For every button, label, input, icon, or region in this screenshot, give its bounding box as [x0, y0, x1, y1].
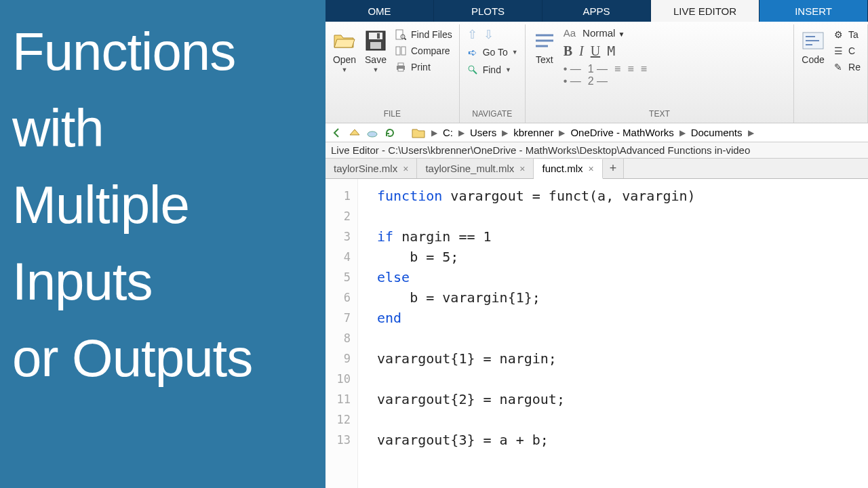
chevron-down-icon: ▼: [505, 66, 511, 73]
style-dropdown[interactable]: Normal ▼: [583, 27, 625, 39]
close-icon[interactable]: ×: [588, 163, 593, 174]
title-overlay-panel: Functions with Multiple Inputs or Output…: [0, 0, 326, 488]
code-content[interactable]: function varargout = funct(a, varargin) …: [358, 179, 868, 488]
close-icon[interactable]: ×: [403, 163, 408, 174]
tab-live-editor[interactable]: LIVE EDITOR: [651, 0, 760, 22]
code-block-icon: [801, 28, 825, 53]
path-seg-onedrive[interactable]: OneDrive - MathWorks: [570, 127, 673, 138]
bullet-list-icon[interactable]: • —• —: [564, 63, 581, 87]
open-button[interactable]: Open ▼: [332, 26, 357, 73]
save-button[interactable]: Save ▼: [363, 26, 388, 73]
floppy-disk-icon: [363, 28, 388, 53]
ribbon-group-code: Code ⚙Ta ☰C ✎Re: [794, 24, 868, 123]
arrow-up-icon: ⇧: [467, 28, 479, 41]
chevron-right-icon: ▶: [748, 128, 754, 138]
tab-home[interactable]: OME: [326, 0, 434, 22]
printer-icon: [395, 61, 407, 73]
close-icon[interactable]: ×: [519, 163, 525, 174]
path-seg-user[interactable]: kbrenner: [513, 127, 553, 138]
matlab-window: OME PLOTS APPS LIVE EDITOR INSERT Open ▼: [326, 0, 868, 488]
nav-back-icon[interactable]: [330, 125, 344, 140]
italic-button[interactable]: I: [579, 43, 584, 59]
code-editor[interactable]: 12345678910111213 function varargout = f…: [326, 179, 868, 488]
code-mode-button[interactable]: Code: [801, 26, 825, 65]
group-label-navigate: NAVIGATE: [472, 109, 512, 121]
path-seg-users[interactable]: Users: [470, 127, 496, 138]
main-tabstrip: OME PLOTS APPS LIVE EDITOR INSERT: [326, 0, 868, 22]
chevron-down-icon: ▼: [618, 30, 625, 38]
path-seg-documents[interactable]: Documents: [691, 127, 743, 138]
overlay-line-4: Inputs: [12, 243, 313, 320]
file-tab-bar: taylorSine.mlx × taylorSine_mult.mlx × f…: [326, 159, 868, 179]
find-files-button[interactable]: Find Files: [395, 28, 452, 41]
bold-button[interactable]: B: [564, 43, 572, 59]
folder-icon[interactable]: [411, 125, 426, 140]
group-label-text: TEXT: [649, 109, 670, 121]
align-center-icon[interactable]: ≡: [627, 63, 633, 87]
svg-line-13: [473, 70, 477, 74]
align-left-icon[interactable]: ≡: [614, 63, 620, 87]
print-button[interactable]: Print: [395, 61, 452, 73]
svg-rect-2: [370, 42, 381, 49]
align-right-icon[interactable]: ≡: [641, 63, 647, 87]
svg-rect-11: [398, 68, 403, 71]
underline-button[interactable]: U: [591, 43, 600, 59]
chevron-right-icon: ▶: [458, 128, 465, 138]
refactor-icon: ✎: [832, 61, 844, 73]
tab-insert[interactable]: INSERT: [760, 0, 868, 22]
nav-arrows[interactable]: ⇧ ⇩: [467, 28, 518, 41]
ribbon-group-file: Open ▼ Save ▼ Find Files: [326, 24, 460, 123]
gear-icon: ⚙: [832, 28, 844, 41]
overlay-line-5: or Outputs: [12, 320, 313, 396]
svg-rect-7: [396, 47, 400, 55]
chevron-right-icon: ▶: [679, 128, 686, 138]
arrow-down-icon: ⇩: [483, 28, 495, 41]
editor-title-bar: Live Editor - C:\Users\kbrenner\OneDrive…: [326, 142, 868, 159]
chevron-right-icon: ▶: [559, 128, 565, 138]
add-file-tab[interactable]: +: [603, 159, 625, 178]
nav-refresh-icon[interactable]: [382, 125, 397, 140]
chevron-down-icon: ▼: [373, 66, 379, 73]
group-label-file: FILE: [384, 109, 401, 121]
ribbon-toolbar: Open ▼ Save ▼ Find Files: [326, 22, 868, 123]
text-mode-button[interactable]: Text: [532, 26, 557, 65]
ribbon-group-navigate: ⇧ ⇩ ➪ Go To ▼ Find ▼: [460, 24, 526, 123]
path-drive[interactable]: C:: [443, 127, 453, 138]
svg-point-12: [469, 66, 474, 71]
line-number-gutter: 12345678910111213: [326, 179, 358, 488]
control-icon: ☰: [832, 45, 844, 57]
file-tab-taylorsine[interactable]: taylorSine.mlx ×: [326, 159, 417, 178]
goto-arrow-icon: ➪: [467, 46, 479, 58]
file-tab-funct[interactable]: funct.mlx ×: [534, 159, 602, 179]
task-button[interactable]: ⚙Ta: [832, 28, 861, 41]
svg-point-21: [368, 131, 377, 137]
compare-icon: [395, 45, 407, 57]
path-toolbar: ▶ C: ▶ Users ▶ kbrenner ▶ OneDrive - Mat…: [326, 123, 868, 142]
svg-rect-8: [401, 47, 406, 55]
svg-rect-3: [377, 33, 380, 39]
file-tab-taylorsine-mult[interactable]: taylorSine_mult.mlx ×: [417, 159, 534, 178]
ribbon-group-text: Text Aa Normal ▼ B I U M • —• —: [526, 24, 794, 123]
comment-button[interactable]: ☰C: [832, 45, 861, 57]
numbered-list-icon[interactable]: 1 —2 —: [588, 63, 608, 87]
nav-up-icon[interactable]: [347, 125, 362, 140]
overlay-line-2: with: [12, 90, 313, 167]
chevron-down-icon: ▼: [342, 66, 348, 73]
overlay-line-1: Functions: [12, 14, 313, 90]
tab-apps[interactable]: APPS: [542, 0, 651, 22]
svg-line-6: [404, 38, 406, 40]
aa-style-icon: Aa: [564, 27, 576, 39]
svg-rect-1: [369, 33, 382, 39]
folder-open-icon: [332, 28, 357, 53]
refactor-button[interactable]: ✎Re: [832, 61, 861, 73]
monospace-button[interactable]: M: [607, 43, 615, 59]
magnifier-icon: [467, 64, 479, 76]
find-button[interactable]: Find ▼: [467, 64, 518, 76]
compare-button[interactable]: Compare: [395, 45, 452, 57]
tab-plots[interactable]: PLOTS: [434, 0, 542, 22]
text-lines-icon: [532, 28, 557, 53]
goto-button[interactable]: ➪ Go To ▼: [467, 46, 518, 58]
chevron-down-icon: ▼: [512, 49, 518, 56]
nav-cloud-icon[interactable]: [365, 125, 380, 140]
chevron-right-icon: ▶: [502, 128, 508, 138]
